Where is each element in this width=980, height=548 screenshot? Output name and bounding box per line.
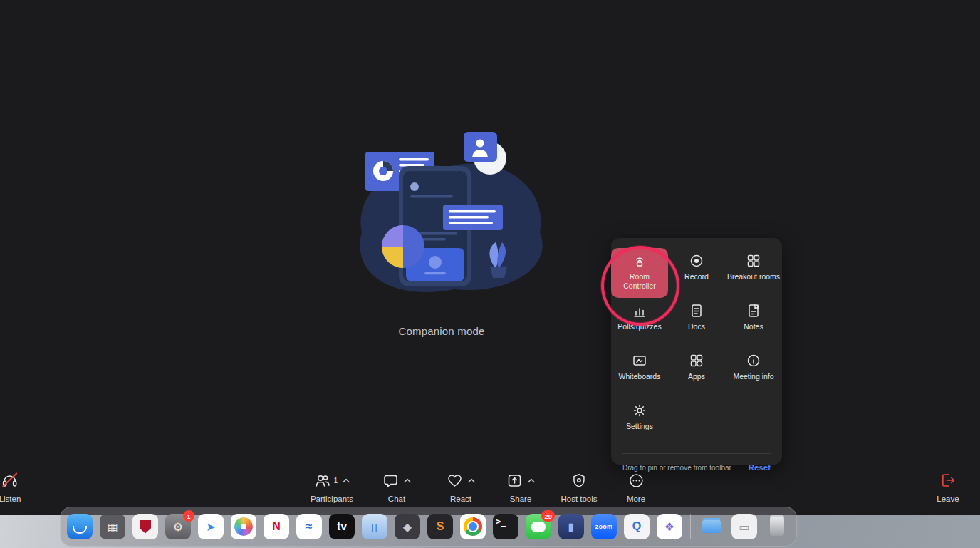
menu-item-meeting-info[interactable]: Meeting info [725, 348, 782, 398]
dock-icon-system-settings[interactable]: ⚙1 [165, 513, 192, 540]
toolbar-label: Leave [937, 495, 959, 503]
whiteboards-icon [631, 352, 648, 369]
toolbar-react[interactable]: React [447, 472, 475, 503]
toolbar-host-tools[interactable]: Host tools [561, 472, 597, 503]
menu-item-settings[interactable]: Settings [611, 398, 668, 448]
dock-icon-downloads-device[interactable]: ▭ [731, 513, 758, 540]
companion-mode-illustration [340, 125, 548, 304]
toolbar-chat[interactable]: Chat [382, 472, 411, 503]
more-menu-panel: Room Controller Record Breakout roo [611, 238, 782, 465]
dock-icon-trash[interactable] [763, 513, 791, 540]
dock-icon-finder-window[interactable] [698, 513, 725, 540]
menu-item-label: Whiteboards [619, 372, 661, 381]
menu-item-docs[interactable]: Docs [668, 298, 725, 348]
toolbar-label: Host tools [561, 495, 597, 503]
react-heart-icon [447, 472, 463, 489]
apps-icon [688, 352, 705, 369]
menu-item-label: Docs [688, 322, 705, 331]
menu-item-label: Notes [744, 322, 763, 331]
menu-item-label: Settings [626, 422, 653, 431]
chevron-up-icon[interactable] [343, 478, 350, 483]
dock-icon-apple-tv[interactable]: tv [328, 513, 355, 540]
more-menu-grid: Room Controller Record Breakout roo [611, 238, 782, 448]
docs-icon [688, 302, 705, 319]
leave-meeting-icon [939, 472, 956, 489]
dock-icon-zoom[interactable]: zoom [590, 513, 617, 540]
dock-icon-finder[interactable] [66, 513, 93, 540]
dock-icon-iphone-mirroring[interactable]: ▯ [361, 513, 388, 540]
dock-icon-maps[interactable]: ➤ [197, 513, 224, 540]
dock-icon-launchpad[interactable]: ▦ [99, 513, 126, 540]
participants-count: 1 [334, 476, 338, 485]
menu-item-breakout-rooms[interactable]: Breakout rooms [725, 248, 782, 298]
menu-item-label: Apps [688, 372, 705, 381]
listen-muted-icon [1, 472, 19, 489]
dock-icon-terminal[interactable]: >_ [492, 513, 519, 540]
dock-separator [690, 514, 691, 539]
toolbar-more[interactable]: More [627, 472, 645, 503]
dock-icon-photos[interactable] [230, 513, 257, 540]
dock-icon-netflix[interactable]: N [263, 513, 290, 540]
dock: ▦⚙1➤N≈tv▯◆S>_29▮zoomQ❖▭ [60, 507, 797, 547]
toolbar-label: Share [510, 495, 532, 503]
notes-icon [745, 302, 762, 319]
zoom-meeting-window: Companion mode Room Controller [0, 0, 980, 548]
menu-item-room-controller[interactable]: Room Controller [611, 248, 668, 298]
dock-icon-layers-app[interactable]: ❖ [656, 513, 683, 540]
menu-item-label: Polls/quizzes [617, 322, 661, 331]
meeting-info-icon [745, 352, 762, 369]
menu-item-whiteboards[interactable]: Whiteboards [611, 348, 668, 398]
breakout-rooms-icon [745, 252, 762, 269]
dock-icon-sublime-text[interactable]: S [427, 513, 454, 540]
notification-badge: 29 [541, 510, 555, 522]
room-controller-icon [631, 252, 648, 269]
dock-icon-dark-app[interactable]: ◆ [394, 513, 421, 540]
notification-badge: 1 [183, 510, 194, 522]
menu-item-label: Breakout rooms [727, 272, 780, 281]
toolbar-label: Participants [311, 495, 353, 503]
chevron-up-icon[interactable] [528, 478, 535, 483]
polls-icon [631, 302, 648, 319]
toolbar-label: React [450, 495, 471, 503]
menu-item-label: Room Controller [612, 272, 667, 290]
companion-mode-label: Companion mode [335, 325, 548, 337]
toolbar-leave[interactable]: Leave [937, 472, 959, 503]
chevron-up-icon[interactable] [468, 478, 475, 483]
menu-item-apps[interactable]: Apps [668, 348, 725, 398]
dock-icon-chrome[interactable] [459, 513, 486, 540]
toolbar-label: More [627, 495, 645, 503]
menu-item-label: Meeting info [733, 372, 773, 381]
toolbar-share[interactable]: Share [506, 472, 535, 503]
menu-item-label: Record [684, 272, 709, 281]
toolbar-participants[interactable]: 1 Participants [311, 472, 353, 503]
settings-icon [631, 402, 648, 419]
host-tools-shield-icon [570, 472, 587, 489]
dock-icon-speaker-app[interactable]: ▮ [558, 513, 585, 540]
menu-item-polls[interactable]: Polls/quizzes [611, 298, 668, 348]
dock-icon-wave-app[interactable]: ≈ [296, 513, 323, 540]
dock-icon-messages[interactable]: 29 [525, 513, 552, 540]
menu-item-record[interactable]: Record [668, 248, 725, 298]
toolbar-listen[interactable]: Listen [0, 472, 21, 503]
more-ellipsis-icon [627, 472, 644, 489]
record-icon [688, 252, 705, 269]
toolbar-label: Listen [0, 495, 21, 503]
participants-icon [314, 472, 330, 489]
toolbar-label: Chat [388, 495, 405, 503]
meeting-toolbar: Listen 1 Participants [0, 469, 980, 512]
dock-icon-quicktime[interactable]: Q [623, 513, 650, 540]
menu-item-notes[interactable]: Notes [725, 298, 782, 348]
chat-icon [382, 472, 399, 489]
dock-icon-crest-app[interactable] [132, 513, 159, 540]
share-screen-icon [506, 472, 523, 489]
chevron-up-icon[interactable] [404, 478, 411, 483]
